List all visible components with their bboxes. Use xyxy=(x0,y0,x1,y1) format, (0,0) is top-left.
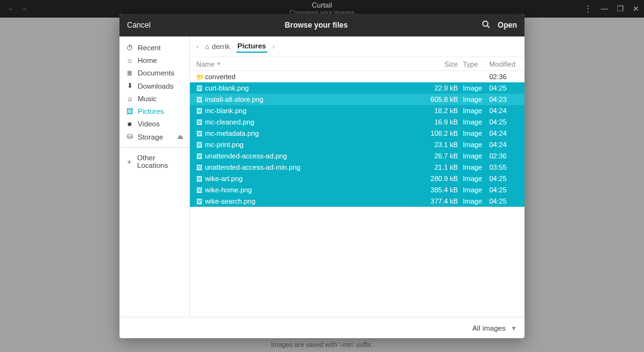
sidebar-item-label: Music xyxy=(138,95,157,102)
file-name: wike-search.png xyxy=(205,197,420,205)
file-row[interactable]: 🖼curt-blank.png22.9 kBImage04:25 xyxy=(190,82,525,94)
file-row[interactable]: 🖼unattended-access-ad-min.png21.1 kBImag… xyxy=(190,162,525,173)
file-size: 18.2 kB xyxy=(420,107,458,114)
image-file-icon: 🖼 xyxy=(196,85,205,92)
file-modified: 04:24 xyxy=(488,107,518,114)
hint-text: Images are saved with '-min' suffix. xyxy=(271,341,374,348)
file-type: Image xyxy=(458,186,488,194)
file-name: wike-art.png xyxy=(205,175,420,182)
sidebar-other-locations[interactable]: ＋ Other Locations xyxy=(119,151,189,172)
sidebar-item-recent[interactable]: ⏱Recent xyxy=(119,41,189,54)
home-icon: ⌂ xyxy=(126,57,133,64)
file-row[interactable]: 🖼wike-search.png377.4 kBImage04:25 xyxy=(190,195,525,207)
sidebar-item-home[interactable]: ⌂Home xyxy=(119,54,189,67)
sidebar-item-pictures[interactable]: 🖼Pictures xyxy=(119,105,189,118)
minimize-icon[interactable]: — xyxy=(601,4,608,13)
sidebar-item-music[interactable]: ♫Music xyxy=(119,92,189,105)
file-name: curt-blank.png xyxy=(205,84,420,92)
image-file-icon: 🖼 xyxy=(196,96,205,103)
breadcrumb[interactable]: Pictures xyxy=(236,40,267,53)
cancel-button[interactable]: Cancel xyxy=(127,21,150,30)
file-type: Image xyxy=(458,163,488,171)
file-type: Image xyxy=(458,175,488,182)
breadcrumb[interactable]: ⌂ derrik xyxy=(204,41,231,52)
back-icon[interactable]: ← xyxy=(8,5,14,13)
file-row[interactable]: 🖼mc-print.png23.1 kBImage04:24 xyxy=(190,139,525,150)
file-row[interactable]: 🖼wike-home.png385.4 kBImage04:25 xyxy=(190,184,525,195)
menu-icon[interactable]: ⋮ xyxy=(584,4,592,13)
file-row[interactable]: 🖼wike-art.png280.9 kBImage04:25 xyxy=(190,173,525,184)
storage-icon: ⛁ xyxy=(126,133,133,141)
file-modified: 04:24 xyxy=(488,141,518,148)
places-sidebar: ⏱Recent⌂Home🗎Documents⬇Downloads♫Music🖼P… xyxy=(119,36,190,317)
file-row[interactable]: 🖼mc-blank.png18.2 kBImage04:24 xyxy=(190,105,525,116)
file-modified: 03:55 xyxy=(488,163,518,171)
sidebar-item-label: Videos xyxy=(138,120,160,128)
plus-icon: ＋ xyxy=(126,157,133,167)
breadcrumb-label: derrik xyxy=(212,43,230,50)
file-name: mc-blank.png xyxy=(205,107,420,114)
dialog-footer: All images ▾ xyxy=(119,317,525,338)
file-row[interactable]: 🖼install-alt-store.png605.8 kBImage04:23 xyxy=(190,94,525,105)
image-file-icon: 🖼 xyxy=(196,175,205,182)
maximize-icon[interactable]: ❐ xyxy=(617,4,624,13)
file-type: Image xyxy=(458,118,488,126)
file-size: 26.7 kB xyxy=(420,152,458,160)
videos-icon: ■ xyxy=(126,120,133,128)
sidebar-item-label: Documents xyxy=(138,69,174,77)
documents-icon: 🗎 xyxy=(126,69,133,77)
dialog-header: Cancel Browse your files Open xyxy=(119,14,525,36)
file-type: Image xyxy=(458,84,488,92)
file-row[interactable]: 🖼mc-metadata.png108.2 kBImage04:24 xyxy=(190,128,525,139)
sidebar-item-label: Other Locations xyxy=(137,154,183,169)
forward-icon[interactable]: → xyxy=(21,5,28,13)
path-back-icon[interactable]: ‹ xyxy=(196,43,199,50)
image-file-icon: 🖼 xyxy=(196,164,205,171)
svg-point-0 xyxy=(483,21,488,26)
file-size: 605.8 kB xyxy=(420,96,458,103)
file-name: mc-cleaned.png xyxy=(205,118,420,126)
path-forward-icon[interactable]: › xyxy=(272,43,275,50)
sidebar-item-documents[interactable]: 🗎Documents xyxy=(119,67,189,79)
file-modified: 04:25 xyxy=(488,175,518,182)
recent-icon: ⏱ xyxy=(126,44,133,52)
sidebar-item-downloads[interactable]: ⬇Downloads xyxy=(119,79,189,92)
file-name: install-alt-store.png xyxy=(205,96,420,103)
image-file-icon: 🖼 xyxy=(196,107,205,114)
col-name: Name xyxy=(196,60,214,68)
sidebar-separator xyxy=(119,147,189,148)
column-headers[interactable]: Name▾ Size Type Modified xyxy=(190,57,525,71)
sidebar-item-label: Home xyxy=(138,57,157,64)
downloads-icon: ⬇ xyxy=(126,82,133,90)
file-name: mc-metadata.png xyxy=(205,129,420,137)
sidebar-item-storage[interactable]: ⛁Storage⏏ xyxy=(119,130,189,143)
sidebar-item-videos[interactable]: ■Videos xyxy=(119,118,189,130)
file-modified: 04:25 xyxy=(488,197,518,205)
file-size: 108.2 kB xyxy=(420,129,458,137)
close-icon[interactable]: ✕ xyxy=(633,4,639,13)
file-modified: 04:24 xyxy=(488,129,518,137)
file-size: 23.1 kB xyxy=(420,141,458,148)
file-type: Image xyxy=(458,152,488,160)
open-button[interactable]: Open xyxy=(497,21,517,30)
folder-row[interactable]: 📁converted02:36 xyxy=(190,71,525,82)
image-file-icon: 🖼 xyxy=(196,141,205,148)
svg-line-1 xyxy=(487,26,489,28)
file-type: Image xyxy=(458,197,488,205)
file-name: unattended-access-ad-min.png xyxy=(205,163,420,171)
file-list[interactable]: 📁converted02:36🖼curt-blank.png22.9 kBIma… xyxy=(190,71,525,317)
file-size: 21.1 kB xyxy=(420,163,458,171)
image-file-icon: 🖼 xyxy=(196,198,205,205)
file-row[interactable]: 🖼unattended-access-ad.png26.7 kBImage02:… xyxy=(190,150,525,162)
file-row[interactable]: 🖼mc-cleaned.png16.9 kBImage04:25 xyxy=(190,116,525,128)
eject-icon[interactable]: ⏏ xyxy=(177,133,183,140)
search-icon[interactable] xyxy=(482,20,490,30)
chevron-down-icon[interactable]: ▾ xyxy=(512,324,516,333)
image-file-icon: 🖼 xyxy=(196,130,205,137)
file-modified: 02:36 xyxy=(488,152,518,160)
sidebar-item-label: Downloads xyxy=(138,82,174,90)
file-filter-dropdown[interactable]: All images xyxy=(472,324,506,332)
file-modified: 04:25 xyxy=(488,84,518,92)
file-name: mc-print.png xyxy=(205,141,420,148)
file-size: 377.4 kB xyxy=(420,197,458,205)
